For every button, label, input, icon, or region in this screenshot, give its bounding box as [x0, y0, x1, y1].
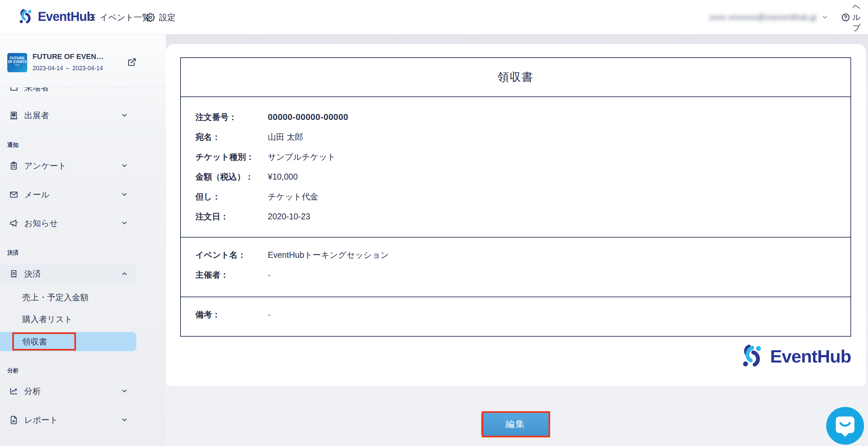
event-date-range: 2023-04-14 ～ 2023-04-14: [33, 64, 103, 72]
receipt-row-addressee: 宛名： 山田 太郎: [181, 127, 850, 147]
receipt-row-ticket-type: チケット種別： サンプルチケット: [181, 147, 850, 167]
row-label: イベント名：: [195, 249, 268, 261]
chat-bubble-icon: [836, 416, 855, 433]
sidebar-item-analytics[interactable]: 分析: [0, 383, 136, 399]
nav-settings[interactable]: 設定: [146, 0, 176, 34]
sidebar-item-survey[interactable]: アンケート: [0, 158, 136, 174]
sidebar-subitem-sales[interactable]: 売上・予定入金額: [0, 289, 136, 305]
sidebar-item-payment[interactable]: 決済: [0, 264, 136, 283]
row-value: ¥10,000: [268, 172, 298, 181]
sidebar-item-report[interactable]: レポート: [0, 412, 136, 428]
event-thumbnail-year: 2023: [7, 64, 27, 66]
chevron-up-icon: [121, 270, 128, 277]
sidebar-item-label: 出展者: [24, 110, 49, 121]
nav-event-list[interactable]: イベント一覧: [87, 0, 150, 34]
sidebar-subitem-label: 売上・予定入金額: [22, 292, 89, 303]
receipt-icon: [9, 269, 18, 278]
eventhub-logo-text: EventHub: [770, 346, 851, 367]
section-label-notify: 通知: [7, 141, 19, 149]
chevron-down-icon: [121, 416, 128, 423]
receipt-section-event: イベント名： EventHubトーキングセッション 主催者： -: [181, 238, 850, 297]
sidebar-item-label: 分析: [24, 386, 41, 397]
megaphone-icon: [9, 219, 18, 228]
sidebar: FUTURE OF EVENTS 2023 FUTURE OF EVEN… 20…: [0, 34, 166, 446]
row-label: 但し：: [195, 191, 268, 202]
row-label: 金額（税込）：: [195, 171, 268, 182]
row-value-link: -: [268, 270, 271, 280]
event-title: FUTURE OF EVEN…: [33, 53, 125, 61]
row-value-link: -: [268, 310, 271, 319]
row-value: サンプルチケット: [268, 151, 336, 162]
receipt-row-order-date: 注文日： 2020-10-23: [181, 206, 850, 226]
clipboard-icon: [9, 161, 18, 170]
eventhub-logo[interactable]: EventHub: [18, 9, 94, 25]
section-label-analysis: 分析: [7, 367, 19, 374]
sidebar-subitem-buyers[interactable]: 購入者リスト: [0, 311, 136, 327]
receipt-row-event-name: イベント名： EventHubトーキングセッション: [181, 245, 850, 265]
eventhub-logo-text: EventHub: [38, 10, 94, 24]
account-email-blurred: xxxx.xxxxxxx@xxeventhub.jp: [709, 13, 817, 22]
event-thumbnail-text: FUTURE: [7, 56, 27, 60]
account-menu[interactable]: xxxx.xxxxxxx@xxeventhub.jp: [709, 0, 828, 34]
sidebar-event-header: FUTURE OF EVENTS 2023 FUTURE OF EVEN… 20…: [0, 34, 166, 88]
receipt-section-remarks: 備考： -: [181, 297, 850, 335]
sidebar-subitem-label: 領収書: [22, 336, 47, 347]
sidebar-subitem-label: 購入者リスト: [22, 314, 73, 325]
help-label: ヘルプ: [852, 1, 868, 33]
chevron-down-icon: [121, 387, 128, 394]
external-link-icon[interactable]: [127, 58, 136, 67]
chevron-down-icon: [822, 14, 828, 21]
trend-chart-icon: [9, 387, 18, 396]
row-label: 主催者：: [195, 269, 268, 280]
chevron-down-icon: [121, 162, 128, 169]
sidebar-item-exhibitors[interactable]: 出展者: [0, 107, 136, 123]
visitors-icon: [9, 88, 18, 92]
sidebar-item-label: メール: [24, 189, 50, 200]
sidebar-item-visitors[interactable]: 来場者: [0, 88, 136, 96]
receipt-row-proviso: 但し： チケット代金: [181, 186, 850, 206]
help-link[interactable]: ヘルプ: [841, 0, 868, 34]
chevron-down-icon: [121, 112, 128, 119]
row-value: チケット代金: [268, 191, 318, 202]
sidebar-item-label: 来場者: [24, 88, 49, 93]
receipt-card: 領収書 注文番号： 00000-00000-00000 宛名： 山田 太郎 チケ…: [166, 44, 866, 386]
sidebar-item-news[interactable]: お知らせ: [0, 215, 136, 231]
row-label: チケット種別：: [195, 151, 268, 162]
annotation-box-edit: [482, 411, 550, 437]
sidebar-item-mail[interactable]: メール: [0, 186, 136, 202]
list-icon: [87, 13, 96, 22]
sidebar-item-label: お知らせ: [24, 218, 58, 229]
row-label: 注文日：: [195, 211, 268, 222]
row-label: 注文番号：: [195, 112, 268, 123]
eventhub-logo-icon: [18, 9, 34, 25]
app-header: EventHub イベント一覧 設定 xxxx.xxxxxxx@xxeventh…: [0, 0, 868, 34]
sidebar-item-label: 決済: [24, 268, 41, 279]
mail-icon: [9, 190, 18, 199]
receipt-row-organizer: 主催者： -: [181, 265, 850, 285]
chat-widget-button[interactable]: [826, 407, 864, 445]
sidebar-menu: 来場者 出展者 通知: [0, 88, 166, 446]
gear-icon: [146, 13, 155, 22]
chevron-down-icon: [121, 219, 128, 227]
sidebar-subitem-receipt-selected[interactable]: 領収書: [0, 332, 136, 351]
row-value: EventHubトーキングセッション: [268, 249, 389, 261]
row-label: 宛名：: [195, 132, 268, 142]
chevron-down-icon: [121, 191, 128, 198]
row-label: 備考：: [195, 309, 268, 320]
nav-event-list-label: イベント一覧: [100, 12, 150, 23]
receipt-preview: 領収書 注文番号： 00000-00000-00000 宛名： 山田 太郎 チケ…: [180, 57, 851, 337]
eventhub-logo-icon: [740, 344, 765, 369]
receipt-title: 領収書: [181, 58, 850, 97]
receipt-section-order: 注文番号： 00000-00000-00000 宛名： 山田 太郎 チケット種別…: [181, 97, 850, 238]
report-document-icon: [9, 415, 18, 424]
sidebar-item-label: レポート: [24, 414, 58, 425]
row-value: 2020-10-23: [268, 212, 310, 221]
receipt-row-remarks: 備考： -: [181, 305, 850, 324]
receipt-footer-logo: EventHub: [740, 344, 851, 369]
nav-settings-label: 設定: [159, 12, 176, 23]
receipt-row-amount: 金額（税込）： ¥10,000: [181, 167, 850, 186]
row-value: 00000-00000-00000: [268, 112, 348, 122]
sidebar-item-label: アンケート: [24, 160, 66, 171]
event-thumbnail: FUTURE OF EVENTS 2023: [7, 53, 27, 72]
receipt-row-order-no: 注文番号： 00000-00000-00000: [181, 107, 850, 127]
